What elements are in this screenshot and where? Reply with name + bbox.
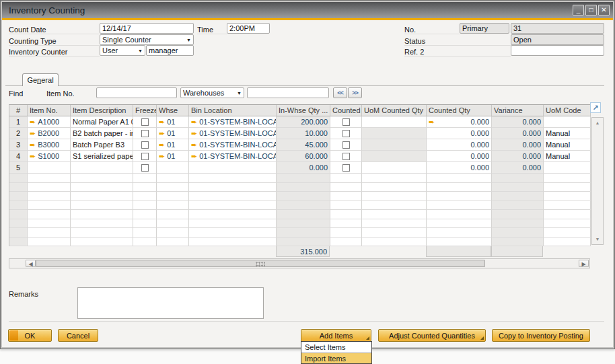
link-arrow-icon[interactable]: ➨	[191, 141, 197, 149]
counted-qty-cell[interactable]: 0.000	[427, 128, 492, 139]
col-counted-qty[interactable]: Counted Qty	[427, 105, 492, 116]
whse-cell[interactable]: ➨01	[157, 128, 189, 139]
adjust-counted-quantities-button[interactable]: Adjust Counted Quantities	[378, 329, 486, 342]
link-arrow-icon[interactable]: ➨	[30, 130, 36, 137]
link-arrow-icon[interactable]: ➨	[191, 118, 197, 126]
horizontal-scrollbar[interactable]: ◀ ▶	[9, 258, 590, 268]
item-no-cell[interactable]: ➨B3000	[28, 139, 71, 151]
maximize-icon[interactable]: □	[585, 5, 597, 15]
uom-code-cell[interactable]: Manual	[544, 139, 591, 151]
warehouses-dropdown[interactable]: Warehouses ▼	[180, 87, 244, 98]
menu-item-select-items[interactable]: Select Items	[301, 342, 371, 353]
counter-mode-dropdown[interactable]: User ▼	[100, 45, 145, 56]
item-description-cell[interactable]: S1 serialized paper	[71, 151, 133, 162]
cancel-button[interactable]: Cancel	[58, 329, 98, 342]
link-arrow-icon[interactable]: ➨	[159, 118, 165, 126]
uom-counted-qty-cell[interactable]	[362, 116, 427, 128]
link-arrow-icon[interactable]: ➨	[191, 130, 197, 137]
uom-code-cell[interactable]	[544, 116, 591, 128]
item-no-cell[interactable]: ➨S1000	[28, 151, 71, 162]
col-uom-counted-qty[interactable]: UoM Counted Qty	[362, 105, 427, 116]
counted-qty-cell[interactable]: ➨0.000	[427, 116, 492, 128]
col-variance[interactable]: Variance	[492, 105, 544, 116]
whse-cell[interactable]: ➨01	[157, 116, 189, 128]
bin-location-cell[interactable]: ➨01-SYSTEM-BIN-LOCAT	[189, 128, 277, 139]
count-date-input[interactable]	[100, 23, 194, 34]
col-item-description[interactable]: Item Description	[71, 105, 133, 116]
link-arrow-icon[interactable]: ➨	[30, 118, 36, 126]
counted-checkbox[interactable]	[342, 118, 350, 126]
tab-general[interactable]: General	[22, 73, 59, 86]
freeze-checkbox[interactable]	[141, 130, 149, 137]
uom-code-cell[interactable]: Manual	[544, 128, 591, 139]
link-arrow-icon[interactable]: ➨	[159, 141, 165, 149]
vertical-scrollbar[interactable]: ▲ ▼	[591, 117, 604, 245]
item-description-cell[interactable]: Normal Paper A1 00	[71, 116, 133, 128]
counted-checkbox[interactable]	[342, 130, 350, 137]
no-series-field[interactable]: Primary	[460, 23, 509, 34]
bin-location-cell[interactable]	[189, 162, 277, 174]
find-warehouse-input[interactable]	[247, 87, 329, 98]
col-item-no[interactable]: Item No.	[28, 105, 71, 116]
counted-qty-cell[interactable]: 0.000	[427, 151, 492, 162]
freeze-checkbox[interactable]	[141, 153, 149, 160]
link-arrow-icon[interactable]: ➨	[30, 141, 36, 149]
remarks-textarea[interactable]	[77, 287, 264, 319]
scroll-up-icon[interactable]: ▲	[593, 118, 602, 127]
link-arrow-icon[interactable]: ➨	[30, 153, 36, 160]
col-uom-code[interactable]: UoM Code	[544, 105, 591, 116]
uom-counted-qty-cell[interactable]	[362, 162, 427, 174]
ok-button[interactable]: OK	[8, 329, 52, 342]
freeze-checkbox[interactable]	[141, 164, 149, 172]
counter-user-input[interactable]	[146, 45, 194, 56]
col-bin-location[interactable]: Bin Location	[189, 105, 277, 116]
col-row-number[interactable]: #	[9, 105, 28, 116]
ref2-input[interactable]	[511, 45, 604, 56]
menu-item-import-items[interactable]: Import Items	[301, 353, 371, 363]
minimize-icon[interactable]: _	[573, 5, 584, 15]
bin-location-cell[interactable]: ➨01-SYSTEM-BIN-LOCAT	[189, 151, 277, 162]
next-button[interactable]: >>	[348, 87, 362, 98]
item-no-cell[interactable]: ➨B2000	[28, 128, 71, 139]
freeze-checkbox[interactable]	[141, 141, 149, 149]
link-arrow-icon[interactable]: ➨	[159, 130, 165, 137]
item-no-cell[interactable]: ➨A1000	[28, 116, 71, 128]
add-items-button[interactable]: Add Items	[301, 329, 371, 342]
col-whse[interactable]: Whse	[157, 105, 189, 116]
counted-checkbox[interactable]	[342, 153, 350, 160]
uom-code-cell[interactable]	[544, 162, 591, 174]
find-item-input[interactable]	[96, 87, 177, 98]
col-freeze[interactable]: Freeze	[133, 105, 157, 116]
uom-code-cell[interactable]: Manual	[544, 151, 591, 162]
counted-qty-cell[interactable]: 0.000	[427, 162, 492, 174]
bin-location-cell[interactable]: ➨01-SYSTEM-BIN-LOCAT	[189, 139, 277, 151]
item-no-cell[interactable]	[28, 162, 71, 174]
item-description-cell[interactable]: Batch Paper B3	[71, 139, 133, 151]
scrollbar-thumb[interactable]	[36, 260, 485, 267]
time-input[interactable]	[227, 23, 270, 34]
footer-separator	[9, 321, 604, 322]
expand-grid-icon[interactable]: ↗	[590, 102, 601, 113]
scroll-left-icon[interactable]: ◀	[26, 260, 36, 267]
whse-cell[interactable]: ➨01	[157, 151, 189, 162]
item-description-cell[interactable]	[71, 162, 133, 174]
link-arrow-icon[interactable]: ➨	[191, 153, 197, 160]
bin-location-cell[interactable]: ➨01-SYSTEM-BIN-LOCAT	[189, 116, 277, 128]
counted-checkbox[interactable]	[342, 164, 350, 172]
col-counted[interactable]: Counted	[330, 105, 362, 116]
counted-checkbox[interactable]	[342, 141, 350, 149]
prev-button[interactable]: <<	[333, 87, 347, 98]
close-icon[interactable]: ✕	[598, 5, 610, 15]
col-in-whse-qty[interactable]: In-Whse Qty ...	[277, 105, 330, 116]
scroll-down-icon[interactable]: ▼	[593, 235, 602, 244]
link-arrow-icon[interactable]: ➨	[159, 153, 165, 160]
scroll-right-icon[interactable]: ▶	[579, 260, 589, 267]
link-arrow-icon[interactable]: ➨	[429, 118, 435, 126]
whse-cell[interactable]: ➨01	[157, 139, 189, 151]
counting-type-dropdown[interactable]: Single Counter ▼	[100, 34, 194, 45]
counted-qty-cell[interactable]: 0.000	[427, 139, 492, 151]
copy-to-inventory-posting-button[interactable]: Copy to Inventory Posting	[492, 329, 590, 342]
whse-cell[interactable]	[157, 162, 189, 174]
item-description-cell[interactable]: B2 batch paper - int	[71, 128, 133, 139]
freeze-checkbox[interactable]	[141, 118, 149, 126]
